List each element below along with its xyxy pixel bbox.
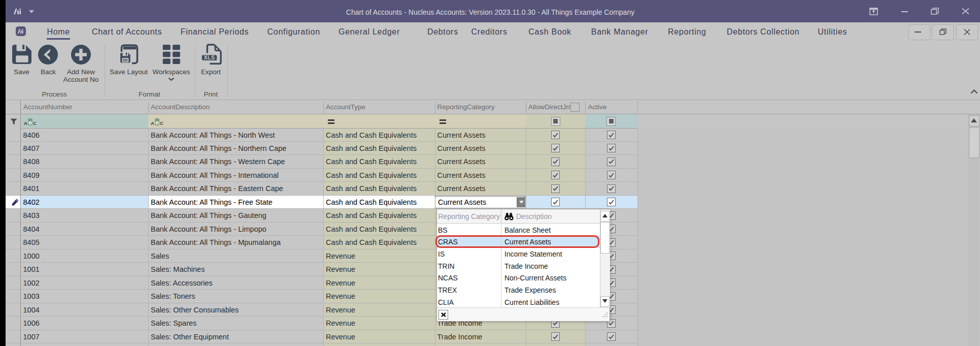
svg-text:XLS: XLS [204, 54, 215, 60]
